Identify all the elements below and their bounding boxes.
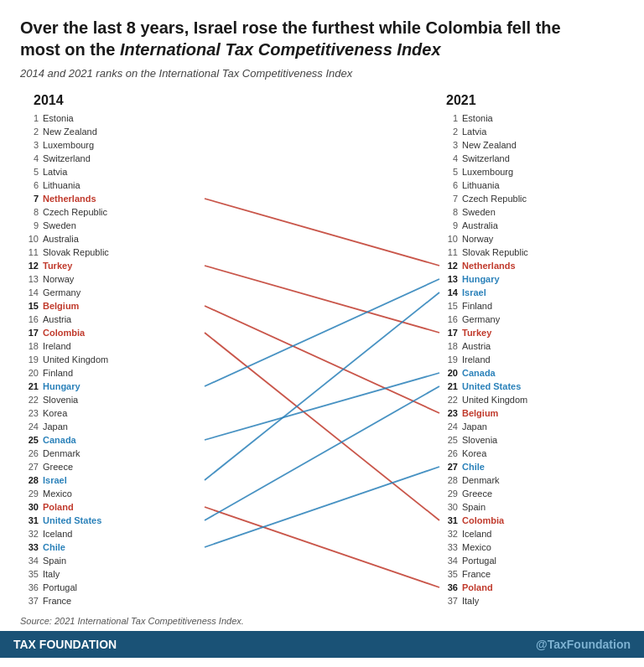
table-row: 36Poland [439,581,624,594]
rank-number: 32 [20,529,39,539]
table-row: 34Spain [20,554,205,567]
table-row: 19Ireland [439,353,624,366]
rank-name: Poland [462,582,493,592]
table-row: 7Czech Republic [439,192,624,205]
table-row: 20Canada [439,366,624,380]
table-row: 33Mexico [439,540,624,554]
rank-number: 29 [20,489,39,499]
table-row: 36Portugal [20,581,205,594]
table-row: 1Estonia [439,111,624,125]
table-row: 25Canada [20,433,205,447]
table-row: 3New Zealand [439,138,624,152]
table-row: 20Finland [20,366,205,380]
rank-number: 35 [439,569,458,579]
rank-number: 34 [20,556,39,566]
rank-name: Greece [462,489,492,499]
rank-name: Mexico [43,489,72,499]
rank-name: Czech Republic [462,194,527,204]
rank-number: 32 [439,529,458,539]
rank-name: Chile [43,542,65,552]
table-row: 26Denmark [20,447,205,460]
rank-name: Switzerland [43,153,91,163]
rank-name: Australia [43,234,79,244]
rank-name: Korea [43,408,67,418]
table-row: 15Belgium [20,299,205,313]
table-row: 2Latvia [439,125,624,138]
rank-name: Ireland [43,341,71,351]
rank-number: 3 [439,140,458,150]
table-row: 6Lithuania [20,178,205,192]
rank-number: 7 [20,194,39,204]
table-row: 17Colombia [20,326,205,339]
main-container: Over the last 8 years, Israel rose the f… [0,0,644,629]
rank-name: Australia [462,220,498,230]
table-row: 35Italy [20,567,205,581]
rank-number: 17 [439,328,458,338]
rank-name: Norway [462,234,493,244]
rank-name: Luxembourg [43,140,94,150]
rank-name: Iceland [462,529,491,539]
chart-line [205,199,439,266]
table-row: 35France [439,567,624,581]
rank-number: 16 [439,314,458,324]
table-row: 29Greece [439,487,624,500]
table-row: 18Ireland [20,339,205,353]
rank-name: Finland [462,301,492,311]
rank-number: 24 [20,421,39,432]
rank-number: 2 [439,127,458,137]
rank-name: France [462,569,491,579]
footer-left: TAX FOUNDATION [13,638,117,651]
rank-number: 37 [20,596,39,606]
rank-number: 33 [439,542,458,552]
rank-number: 26 [20,448,39,458]
table-row: 27Greece [20,460,205,473]
rank-number: 37 [439,596,458,606]
rank-name: Lithuania [462,180,500,190]
rank-number: 14 [20,287,39,297]
rank-name: New Zealand [43,127,97,137]
rank-name: Netherlands [43,194,96,204]
table-row: 22United Kingdom [439,393,624,406]
rank-number: 19 [20,354,39,365]
table-row: 11Slovak Republic [439,246,624,259]
rank-name: New Zealand [462,140,517,150]
table-row: 23Korea [20,406,205,420]
table-row: 33Chile [20,540,205,554]
rank-number: 4 [20,153,39,163]
rank-number: 6 [20,180,39,190]
rank-number: 2 [20,127,39,137]
rank-name: Netherlands [462,261,516,271]
rank-name: Japan [462,421,487,432]
table-row: 2New Zealand [20,125,205,138]
rank-name: Iceland [43,529,72,539]
rank-number: 36 [439,582,458,592]
rank-name: United States [43,515,101,525]
rank-number: 36 [20,582,39,592]
chart-line [205,333,439,520]
rank-number: 15 [20,301,39,311]
rank-number: 1 [439,113,458,123]
rank-name: Portugal [43,582,77,592]
rank-number: 18 [439,341,458,351]
rank-number: 6 [439,180,458,190]
table-row: 5Luxembourg [439,165,624,178]
rank-name: Sweden [462,207,496,217]
table-row: 16Germany [439,313,624,326]
table-row: 24Japan [439,420,624,433]
footer-right: @TaxFoundation [536,638,631,651]
rank-name: Israel [43,475,67,485]
rank-number: 4 [439,153,458,163]
table-row: 18Austria [439,339,624,353]
table-row: 28Israel [20,473,205,487]
col-2014-header: 2014 [20,93,205,108]
rank-number: 12 [439,261,458,271]
table-row: 11Slovak Republic [20,246,205,259]
rank-number: 5 [20,167,39,177]
rank-name: Korea [462,448,486,458]
rank-name: Canada [462,368,496,378]
table-row: 12Turkey [20,259,205,272]
rank-number: 14 [439,287,458,297]
col-2021: 2021 1Estonia2Latvia3New Zealand4Switzer… [439,93,624,611]
rank-name: Austria [462,341,491,351]
chart-line [205,279,439,386]
